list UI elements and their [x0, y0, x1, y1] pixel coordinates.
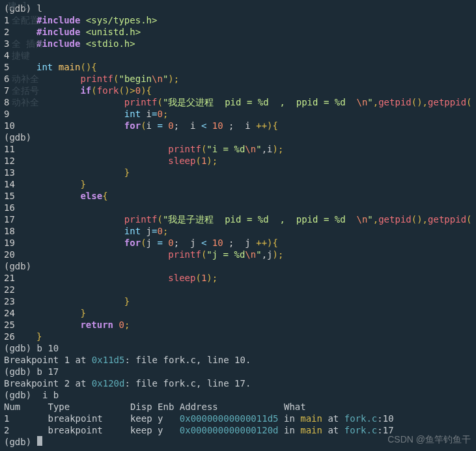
- code: #include <unistd.h>: [36, 26, 472, 38]
- line-number: 4捷键: [4, 49, 36, 61]
- gdb-command[interactable]: (gdb) b 10: [4, 342, 472, 354]
- line-number: 5: [4, 61, 36, 73]
- source-line: 1全配置 #include <sys/types.h>: [4, 14, 472, 26]
- source-line: 17 printf("我是子进程 pid = %d , ppid = %d \n…: [4, 213, 472, 225]
- line-number: 11: [4, 143, 36, 155]
- code: }: [36, 331, 472, 342]
- line-number: 25: [4, 319, 36, 331]
- source-line: 19 for(j = 0; j < 10 ; j ++){: [4, 237, 472, 249]
- source-line: 24 }: [4, 307, 472, 319]
- line-number: 6动补全: [4, 73, 36, 85]
- code: for(i = 0; i < 10 ; i ++){: [36, 120, 472, 131]
- code: printf("我是父进程 pid = %d , ppid = %d \n",g…: [36, 96, 472, 108]
- code: [36, 202, 472, 213]
- code: }: [36, 295, 472, 307]
- gdb-line: (gdb): [4, 131, 472, 143]
- code: }: [36, 178, 472, 190]
- hint-text: 建 l: [8, 0, 28, 12]
- line-number: 17: [4, 213, 36, 225]
- line-number: 16: [4, 202, 36, 213]
- source-line: 25 return 0;: [4, 319, 472, 331]
- code: #include <sys/types.h>: [36, 14, 472, 26]
- source-line: 20 printf("j = %d\n",j);: [4, 249, 472, 260]
- line-number: 8动补全: [4, 96, 36, 108]
- code: for(j = 0; j < 10 ; j ++){: [36, 237, 472, 249]
- line-number: 9: [4, 108, 36, 120]
- line-number: 20: [4, 249, 36, 260]
- source-line: 23 }: [4, 295, 472, 307]
- watermark: CSDN @鱼竿钓鱼干: [387, 433, 471, 445]
- code: #include <stdio.h>: [36, 38, 472, 49]
- line-number: 15: [4, 190, 36, 202]
- source-line: 26 }: [4, 331, 472, 342]
- code: return 0;: [36, 319, 472, 331]
- line-number: 14: [4, 178, 36, 190]
- line-number: 7全括号: [4, 85, 36, 96]
- code: int main(){: [36, 61, 472, 73]
- cursor-icon: [37, 436, 42, 446]
- gdb-output: Breakpoint 2 at 0x120d: file fork.c, lin…: [4, 377, 472, 389]
- line-number: 22: [4, 284, 36, 295]
- code: }: [36, 167, 472, 178]
- line-number: 23: [4, 295, 36, 307]
- code: [36, 284, 472, 295]
- line-number: 24: [4, 307, 36, 319]
- source-line: 15 else{: [4, 190, 472, 202]
- source-line: 2 #include <unistd.h>: [4, 26, 472, 38]
- line-number: 2: [4, 26, 36, 38]
- gdb-line: (gdb): [4, 260, 472, 272]
- line-number: 21: [4, 272, 36, 284]
- code: else{: [36, 190, 472, 202]
- source-line: 22: [4, 284, 472, 295]
- gdb-command[interactable]: (gdb) i b: [4, 389, 472, 401]
- gdb-command[interactable]: (gdb) b 17: [4, 366, 472, 377]
- code: int j=0;: [36, 225, 472, 237]
- line-number: 19: [4, 237, 36, 249]
- source-line: 8动补全 printf("我是父进程 pid = %d , ppid = %d …: [4, 96, 472, 108]
- source-line: 3全 插件 #include <stdio.h>: [4, 38, 472, 49]
- code: printf("i = %d\n",i);: [36, 143, 472, 155]
- bp-table-header: Num Type Disp Enb Address What: [4, 401, 472, 413]
- code: sleep(1);: [36, 155, 472, 167]
- source-line: 13 }: [4, 167, 472, 178]
- code: int i=0;: [36, 108, 472, 120]
- source-line: 7全括号 if(fork()>0){: [4, 85, 472, 96]
- source-line: 4捷键: [4, 49, 472, 61]
- gdb-pager-prompt[interactable]: (gdb): [4, 260, 36, 272]
- line-number: 13: [4, 167, 36, 178]
- source-line: 6动补全 printf("begin\n");: [4, 73, 472, 85]
- gdb-line: (gdb) l 建 l: [4, 3, 472, 14]
- line-number: 10: [4, 120, 36, 131]
- source-line: 16: [4, 202, 472, 213]
- source-line: 18 int j=0;: [4, 225, 472, 237]
- code: [36, 49, 472, 61]
- source-line: 21 sleep(1);: [4, 272, 472, 284]
- source-line: 5 int main(){: [4, 61, 472, 73]
- line-number: 12: [4, 155, 36, 167]
- line-number: 18: [4, 225, 36, 237]
- code: sleep(1);: [36, 272, 472, 284]
- source-line: 14 }: [4, 178, 472, 190]
- gdb-output: Breakpoint 1 at 0x11d5: file fork.c, lin…: [4, 354, 472, 366]
- bp-table-row: 1 breakpoint keep y 0x00000000000011d5 i…: [4, 413, 472, 424]
- code: printf("j = %d\n",j);: [36, 249, 472, 260]
- source-line: 10 for(i = 0; i < 10 ; i ++){: [4, 120, 472, 131]
- code: if(fork()>0){: [36, 85, 472, 96]
- code: }: [36, 307, 472, 319]
- source-line: 11 printf("i = %d\n",i);: [4, 143, 472, 155]
- gdb-pager-prompt[interactable]: (gdb): [4, 131, 36, 143]
- line-number: 26: [4, 331, 36, 342]
- source-line: 12 sleep(1);: [4, 155, 472, 167]
- line-number: 3全 插件: [4, 38, 36, 49]
- line-number: 1全配置: [4, 14, 36, 26]
- code: printf("我是子进程 pid = %d , ppid = %d \n",g…: [36, 213, 472, 225]
- source-line: 9 int i=0;: [4, 108, 472, 120]
- code: printf("begin\n");: [36, 73, 472, 85]
